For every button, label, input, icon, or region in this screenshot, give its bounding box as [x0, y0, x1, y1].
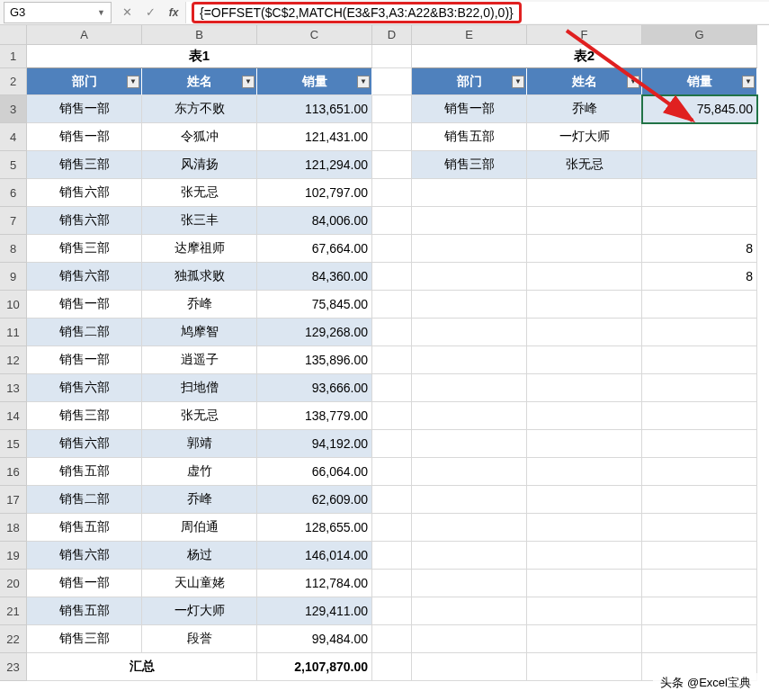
row-header[interactable]: 6 [0, 179, 27, 207]
filter-icon[interactable]: ▼ [242, 76, 255, 88]
cell-F20[interactable] [527, 570, 642, 597]
cell-F9[interactable] [527, 263, 642, 291]
t1-val[interactable]: 75,845.00 [257, 291, 372, 319]
cell-F11[interactable] [527, 319, 642, 346]
t2-dept[interactable]: 销售三部 [412, 151, 527, 179]
cell-E14[interactable] [412, 402, 527, 430]
t1-dept[interactable]: 销售二部 [27, 486, 142, 514]
col-header-B[interactable]: B [142, 25, 257, 45]
cell-E23[interactable] [412, 653, 527, 681]
col-header-D[interactable]: D [372, 25, 412, 45]
row-header[interactable]: 23 [0, 653, 27, 681]
t1-name[interactable]: 杨过 [142, 542, 257, 570]
t1-val[interactable]: 112,784.00 [257, 570, 372, 597]
cell-F18[interactable] [527, 514, 642, 542]
row-header[interactable]: 18 [0, 514, 27, 542]
t1-name[interactable]: 独孤求败 [142, 263, 257, 291]
cell-D15[interactable] [372, 430, 412, 458]
cancel-icon[interactable]: ✕ [115, 2, 139, 23]
t1-dept[interactable]: 销售六部 [27, 179, 142, 207]
cell-D13[interactable] [372, 374, 412, 402]
cell-D23[interactable] [372, 653, 412, 681]
t1-val[interactable]: 62,609.00 [257, 486, 372, 514]
table-header-val1[interactable]: 销量▼ [257, 68, 372, 95]
t1-name[interactable]: 鸠摩智 [142, 319, 257, 346]
cell-E11[interactable] [412, 319, 527, 346]
table-header-dept1[interactable]: 部门▼ [27, 68, 142, 95]
t1-name[interactable]: 逍遥子 [142, 346, 257, 374]
cell-G22[interactable] [642, 625, 757, 653]
row-header[interactable]: 11 [0, 319, 27, 346]
cell-D5[interactable] [372, 151, 412, 179]
cell-F23[interactable] [527, 653, 642, 681]
filter-icon[interactable]: ▼ [742, 76, 755, 88]
t1-dept[interactable]: 销售一部 [27, 95, 142, 123]
cell-E13[interactable] [412, 374, 527, 402]
t1-val[interactable]: 121,294.00 [257, 151, 372, 179]
accept-icon[interactable]: ✓ [139, 2, 162, 23]
cell-D2[interactable] [372, 68, 412, 95]
cell-G17[interactable] [642, 486, 757, 514]
t1-dept[interactable]: 销售五部 [27, 597, 142, 625]
t1-dept[interactable]: 销售三部 [27, 151, 142, 179]
filter-icon[interactable]: ▼ [627, 76, 639, 88]
cell-G7[interactable] [642, 207, 757, 235]
cell-G15[interactable] [642, 430, 757, 458]
t1-dept[interactable]: 销售五部 [27, 458, 142, 486]
cell-D1[interactable] [372, 45, 412, 68]
t2-dept[interactable]: 销售五部 [412, 123, 527, 151]
cell-G11[interactable] [642, 319, 757, 346]
cell-D16[interactable] [372, 458, 412, 486]
row-header[interactable]: 7 [0, 207, 27, 235]
row-header[interactable]: 10 [0, 291, 27, 319]
filter-icon[interactable]: ▼ [127, 76, 139, 88]
cell-D21[interactable] [372, 597, 412, 625]
t1-name[interactable]: 乔峰 [142, 486, 257, 514]
t1-name[interactable]: 段誉 [142, 625, 257, 653]
t1-dept[interactable]: 销售三部 [27, 235, 142, 263]
t1-name[interactable]: 虚竹 [142, 458, 257, 486]
cell-D22[interactable] [372, 625, 412, 653]
t1-val[interactable]: 94,192.00 [257, 430, 372, 458]
cell-F17[interactable] [527, 486, 642, 514]
t1-val[interactable]: 67,664.00 [257, 235, 372, 263]
row-header[interactable]: 2 [0, 68, 27, 95]
cell-E15[interactable] [412, 430, 527, 458]
cell-D3[interactable] [372, 95, 412, 123]
row-header[interactable]: 1 [0, 45, 27, 68]
col-header-G[interactable]: G [642, 25, 757, 45]
t1-name[interactable]: 东方不败 [142, 95, 257, 123]
t1-val[interactable]: 129,411.00 [257, 597, 372, 625]
row-header[interactable]: 9 [0, 263, 27, 291]
row-header[interactable]: 14 [0, 402, 27, 430]
cell-G13[interactable] [642, 374, 757, 402]
row-header[interactable]: 13 [0, 374, 27, 402]
row-header[interactable]: 12 [0, 346, 27, 374]
cell-F22[interactable] [527, 625, 642, 653]
cell-E9[interactable] [412, 263, 527, 291]
t1-dept[interactable]: 销售六部 [27, 430, 142, 458]
cell-G18[interactable] [642, 514, 757, 542]
t1-name[interactable]: 郭靖 [142, 430, 257, 458]
cell-D8[interactable] [372, 235, 412, 263]
t1-val[interactable]: 138,779.00 [257, 402, 372, 430]
t1-val[interactable]: 113,651.00 [257, 95, 372, 123]
cell-D18[interactable] [372, 514, 412, 542]
cell-E6[interactable] [412, 179, 527, 207]
select-all-corner[interactable] [0, 25, 27, 45]
cell-D20[interactable] [372, 570, 412, 597]
cell-D9[interactable] [372, 263, 412, 291]
row-header[interactable]: 15 [0, 430, 27, 458]
cell-F15[interactable] [527, 430, 642, 458]
cell-D12[interactable] [372, 346, 412, 374]
row-header[interactable]: 4 [0, 123, 27, 151]
t2-val[interactable] [642, 123, 757, 151]
cell-G10[interactable] [642, 291, 757, 319]
cell-F6[interactable] [527, 179, 642, 207]
t2-val[interactable] [642, 151, 757, 179]
t1-name[interactable]: 周伯通 [142, 514, 257, 542]
cell-D11[interactable] [372, 319, 412, 346]
table2-title[interactable]: 表2 [412, 45, 757, 68]
cell-D17[interactable] [372, 486, 412, 514]
cell-G14[interactable] [642, 402, 757, 430]
